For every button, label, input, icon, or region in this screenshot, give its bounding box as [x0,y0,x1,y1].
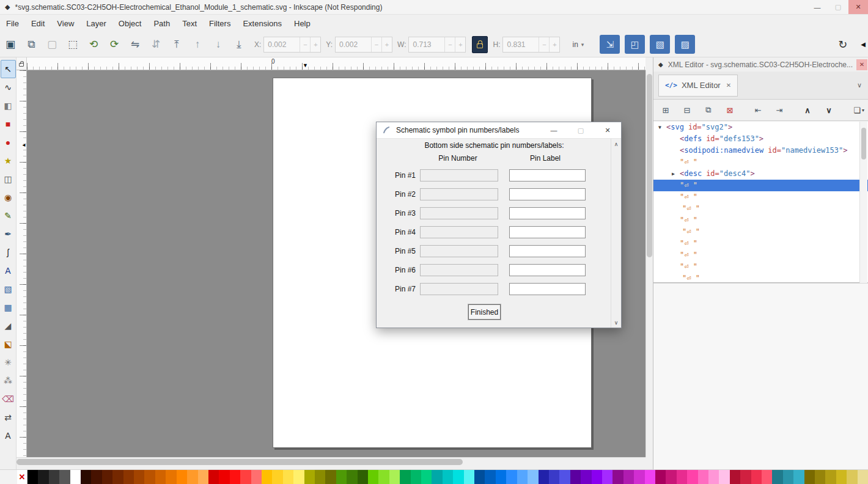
dialog-maximize-button[interactable]: ▢ [567,122,594,138]
xml-tree-row[interactable]: ▼ <svgid="svg2"> "⏎ " [653,122,868,133]
y-increment-button[interactable]: + [381,37,392,52]
maximize-button[interactable]: ▢ [828,0,848,14]
palette-swatch[interactable] [421,470,432,484]
palette-swatch[interactable] [847,470,857,484]
mesh-tool[interactable]: ▦ [1,298,16,317]
menu-item[interactable]: Edit [25,15,51,32]
pin-label-input[interactable] [509,226,586,238]
palette-swatch[interactable] [528,470,538,484]
palette-swatch[interactable] [198,470,208,484]
menu-item[interactable]: File [0,15,25,32]
node-tool[interactable]: ∿ [1,78,16,97]
palette-swatch[interactable] [539,470,549,484]
expander-icon[interactable]: ▼ [658,122,666,133]
palette-swatch[interactable] [272,470,282,484]
palette-swatch[interactable] [336,470,347,484]
palette-swatch[interactable] [102,470,112,484]
palette-swatch[interactable] [28,470,38,484]
scale-corners-toggle[interactable]: ◰ [625,35,645,54]
pen-tool[interactable]: ✒ [1,225,16,243]
h-input[interactable]: 0.831 − + [502,37,560,53]
palette-swatch[interactable] [123,470,134,484]
xml-tree-row[interactable]: <> "⏎ " [653,261,868,273]
lower-button[interactable]: ↓ [208,35,229,54]
tab-xml-editor[interactable]: </> XML Editor ✕ [658,75,738,97]
pin-number-input[interactable] [420,283,498,295]
raise-to-top-button[interactable]: ⤒ [166,35,187,54]
palette-swatch[interactable] [719,470,729,484]
palette-swatch[interactable] [772,470,782,484]
star-tool[interactable]: ★ [1,152,16,170]
move-node-down-button[interactable]: ∨ [820,102,838,118]
h-decrement-button[interactable]: − [539,37,549,52]
dialog-close-button[interactable]: ✕ [594,122,621,138]
w-decrement-button[interactable]: − [444,37,455,52]
palette-swatch[interactable] [517,470,528,484]
expander-icon[interactable]: ▶ [672,168,680,180]
xml-tree-row[interactable]: <> "⏎ " [653,203,868,215]
spiral-tool[interactable]: ◉ [1,188,16,207]
pin-number-input[interactable] [420,245,498,257]
palette-swatch[interactable] [485,470,495,484]
scrollbar-thumb[interactable] [861,128,866,160]
x-increment-button[interactable]: + [310,37,320,52]
spray-tool[interactable]: ⁂ [1,372,16,390]
palette-swatch[interactable] [762,470,772,484]
palette-swatch[interactable] [634,470,644,484]
pin-label-input[interactable] [509,264,586,276]
canvas-vertical-scrollbar[interactable] [645,70,653,457]
pin-number-input[interactable] [420,226,498,238]
palette-swatch[interactable] [464,470,474,484]
xml-tree-row[interactable]: ▶ <descid="desc4"> "⏎ " [653,168,868,180]
palette-swatch[interactable] [293,470,304,484]
palette-swatch[interactable] [134,470,144,484]
palette-swatch[interactable] [453,470,463,484]
eraser-tool[interactable]: ⌫ [1,390,16,408]
xml-tree-scrollbar[interactable] [859,122,867,283]
palette-swatch[interactable] [262,470,272,484]
chevron-down-icon[interactable]: ∨ [857,81,862,89]
menu-item[interactable]: View [51,15,80,32]
menu-item[interactable]: Object [112,15,148,32]
palette-swatch[interactable] [70,470,81,484]
rotation-icon[interactable]: ↻ [838,38,847,51]
no-color-swatch[interactable]: ✕ [17,470,28,484]
pin-number-input[interactable] [420,264,498,276]
flip-vertical-button[interactable]: ⇵ [145,35,166,54]
xml-tree-row[interactable]: <sodipodi:namedviewid="namedview153"> "⏎… [653,145,868,156]
palette-swatch[interactable] [315,470,325,484]
palette-swatch[interactable] [592,470,602,484]
menu-item[interactable]: Path [147,15,176,32]
vertical-ruler[interactable]: ◄ [17,70,27,457]
scroll-up-icon[interactable]: ∧ [611,139,621,149]
palette-swatch[interactable] [815,470,825,484]
delete-node-button[interactable]: ⊠ [721,102,739,118]
palette-swatch[interactable] [623,470,634,484]
duplicate-node-button[interactable]: ⧉ [699,102,718,118]
close-button[interactable]: ✕ [848,0,868,14]
palette-swatch[interactable] [602,470,612,484]
palette-swatch[interactable] [825,470,836,484]
x-decrement-button[interactable]: − [300,37,310,52]
palette-swatch[interactable] [655,470,666,484]
pin-number-input[interactable] [420,169,498,182]
lock-aspect-ratio-button[interactable] [472,36,488,53]
finished-button[interactable]: Finished [468,304,501,320]
palette-swatch[interactable] [645,470,655,484]
measure-tool[interactable]: A [1,427,16,445]
calligraphy-tool[interactable]: ʃ [1,243,16,262]
palette-swatch[interactable] [368,470,378,484]
palette-swatch[interactable] [91,470,101,484]
palette-swatch[interactable] [793,470,804,484]
new-text-node-button[interactable]: ⊟ [678,102,696,118]
w-input[interactable]: 0.713 − + [408,37,466,53]
tweak-tool[interactable]: ✳ [1,353,16,372]
selector-tool[interactable]: ↖ [1,60,16,78]
ellipse-tool[interactable]: ● [1,133,16,152]
palette-swatch[interactable] [783,470,793,484]
menu-item[interactable]: Help [288,15,317,32]
palette-swatch[interactable] [240,470,251,484]
scale-stroke-toggle[interactable]: ⇲ [600,35,620,54]
palette-swatch[interactable] [496,470,506,484]
lower-to-bottom-button[interactable]: ⤓ [229,35,249,54]
